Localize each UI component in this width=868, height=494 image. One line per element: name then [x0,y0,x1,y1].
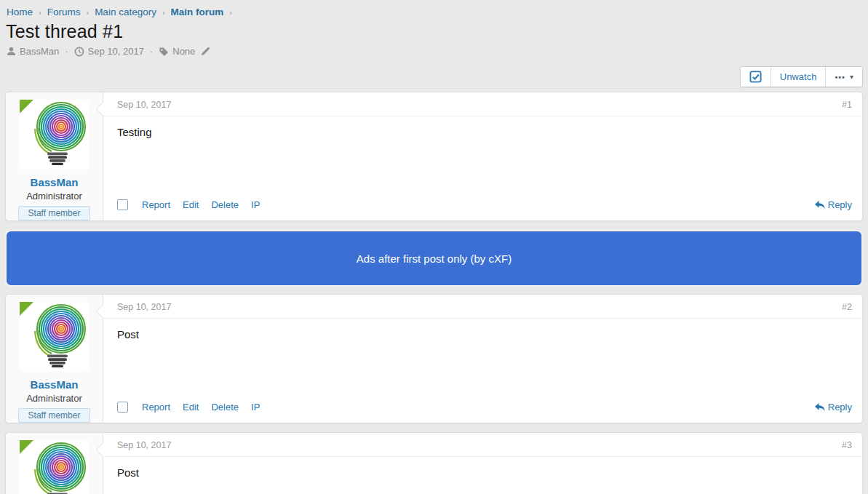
post-date-link[interactable]: Sep 10, 2017 [117,440,171,450]
breadcrumb-main-forum[interactable]: Main forum [171,7,224,17]
post-1: BassMan Administrator Staff member Sep 1… [5,92,863,221]
post-header: Sep 10, 2017 #2 [103,295,862,319]
more-options-button[interactable]: ••• ▾ [825,67,862,87]
thread-meta: BassMan · Sep 10, 2017 · None [7,46,863,57]
post-date-link[interactable]: Sep 10, 2017 [117,100,171,110]
breadcrumb-home[interactable]: Home [7,7,33,17]
ellipsis-icon: ••• [835,73,845,81]
avatar[interactable] [20,100,89,170]
breadcrumb-separator: › [39,8,41,17]
reply-arrow-icon [814,200,825,210]
multiquote-checkbox[interactable] [117,199,128,210]
thread-tags-value: None [172,46,195,57]
ad-banner[interactable]: Ads after first post only (by cXF) [5,230,863,287]
post-user-cell: BassMan Administrator Staff member [6,433,103,494]
post-body: Testing [103,116,862,199]
thread-author-link[interactable]: BassMan [20,46,59,57]
post-number-link[interactable]: #2 [842,302,852,312]
breadcrumb-forums[interactable]: Forums [47,7,81,17]
avatar[interactable] [20,440,89,494]
multiquote-checkbox[interactable] [117,402,128,413]
breadcrumb: Home › Forums › Main category › Main for… [5,0,863,17]
staff-member-badge: Staff member [18,206,91,220]
post-user-cell: BassMan Administrator Staff member [6,92,103,220]
user-role: Administrator [26,191,82,202]
unwatch-button[interactable]: Unwatch [771,67,826,87]
edit-link[interactable]: Edit [183,199,199,210]
tags-icon [159,47,169,57]
breadcrumb-main-category[interactable]: Main category [95,7,156,17]
post-footer: Report Edit Delete IP Reply [103,402,862,423]
chevron-down-icon: ▾ [850,73,853,81]
delete-link[interactable]: Delete [211,402,239,413]
thread-toolbar-button-group: Unwatch ••• ▾ [740,66,863,87]
ip-link[interactable]: IP [251,402,260,413]
post-body: Post [103,457,862,494]
reply-button[interactable]: Reply [814,402,852,413]
post-header: Sep 10, 2017 #3 [103,433,862,457]
checked-checkbox-icon [749,71,762,83]
reply-button[interactable]: Reply [814,199,852,210]
delete-link[interactable]: Delete [211,199,239,210]
thread-date-link[interactable]: Sep 10, 2017 [88,46,144,57]
meta-dot: · [150,46,153,57]
ip-link[interactable]: IP [251,199,260,210]
meta-dot: · [65,46,68,57]
edit-link[interactable]: Edit [183,402,199,413]
post-number-link[interactable]: #1 [842,100,852,110]
report-link[interactable]: Report [142,199,170,210]
ad-banner-text: Ads after first post only (by cXF) [357,252,511,265]
edit-tags-pencil-icon[interactable] [201,47,210,56]
reply-label: Reply [828,402,852,413]
reply-label: Reply [828,199,852,210]
select-all-posts-button[interactable] [741,67,771,87]
post-header: Sep 10, 2017 #1 [103,92,862,116]
breadcrumb-separator: › [229,8,232,17]
post-3: BassMan Administrator Staff member Sep 1… [5,432,863,494]
post-footer: Report Edit Delete IP Reply [103,199,862,220]
breadcrumb-separator: › [86,8,89,17]
username-link[interactable]: BassMan [31,176,79,188]
thread-page: Home › Forums › Main category › Main for… [0,0,868,494]
post-content-cell: Sep 10, 2017 #1 Testing Report Edit Dele… [103,92,862,220]
post-number-link[interactable]: #3 [842,440,852,450]
reply-arrow-icon [814,402,825,412]
post-date-link[interactable]: Sep 10, 2017 [117,302,171,312]
staff-member-badge: Staff member [18,408,91,423]
report-link[interactable]: Report [142,402,170,413]
post-body: Post [103,319,862,402]
post-2: BassMan Administrator Staff member Sep 1… [5,294,863,423]
post-content-cell: Sep 10, 2017 #3 Post Report Edit Delete … [103,433,862,494]
post-user-cell: BassMan Administrator Staff member [6,295,103,423]
post-content-cell: Sep 10, 2017 #2 Post Report Edit Delete … [103,295,862,423]
avatar[interactable] [20,302,89,372]
person-icon [7,47,16,56]
clock-icon [74,47,84,57]
breadcrumb-separator: › [162,8,165,17]
username-link[interactable]: BassMan [31,378,79,391]
thread-toolbar: Unwatch ••• ▾ [5,66,863,87]
user-role: Administrator [26,393,82,404]
page-title: Test thread #1 [6,21,863,42]
